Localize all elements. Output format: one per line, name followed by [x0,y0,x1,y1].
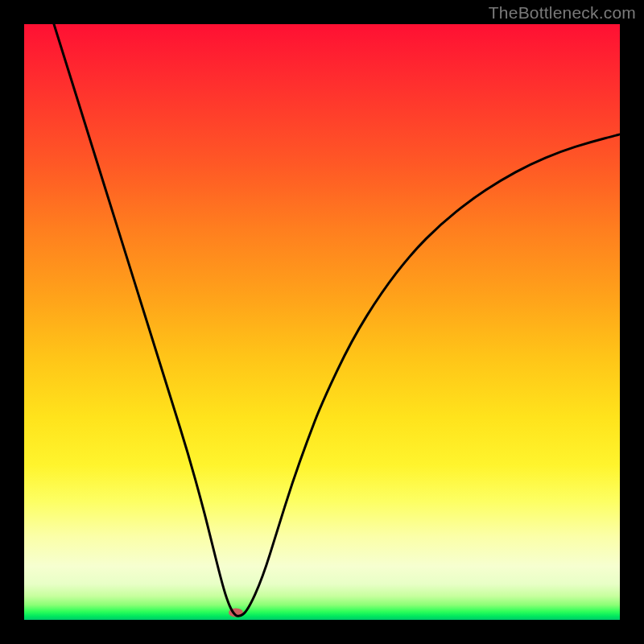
curve-path [54,24,620,616]
watermark-text: TheBottleneck.com [489,3,636,23]
plot-area [24,24,620,620]
bottleneck-curve [24,24,620,620]
chart-frame: TheBottleneck.com [0,0,644,644]
